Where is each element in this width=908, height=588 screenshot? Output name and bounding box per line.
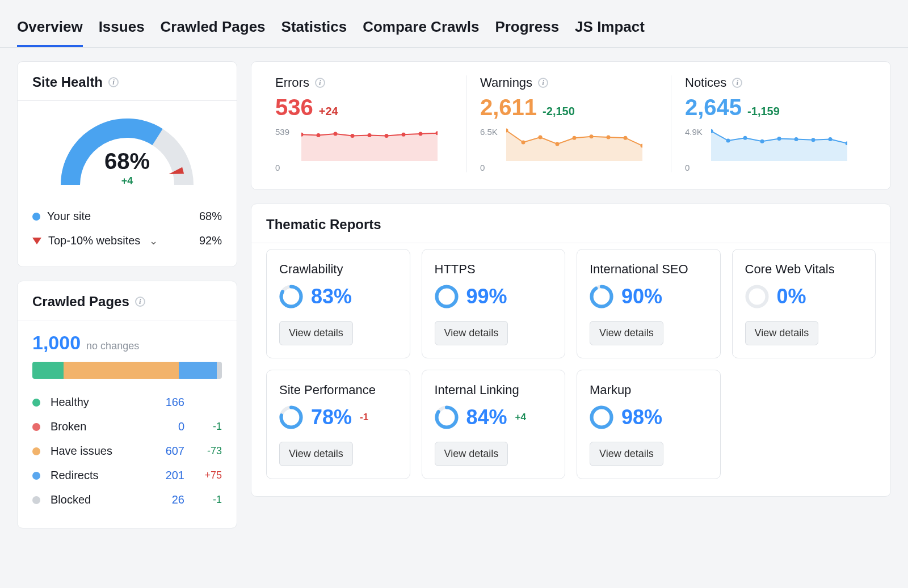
segment-label: Healthy (51, 396, 145, 409)
info-icon[interactable]: i (315, 78, 325, 88)
segment-value: 0 (150, 420, 184, 433)
tab-js-impact[interactable]: JS Impact (575, 18, 645, 47)
view-details-button[interactable]: View details (435, 442, 508, 466)
view-details-button[interactable]: View details (590, 442, 663, 466)
legend-your-site: Your site 68% (32, 204, 222, 229)
issue-title: Notices (685, 75, 726, 90)
svg-point-2 (317, 133, 321, 137)
theme-delta: +4 (515, 412, 526, 423)
segment-delta: +75 (190, 469, 222, 481)
issue-errors[interactable]: Errors i 536 +24 539 0 (266, 75, 466, 172)
dot-icon (32, 213, 40, 221)
issue-sparkline: 6.5K 0 (480, 127, 662, 172)
svg-point-7 (402, 133, 406, 137)
segment-value: 201 (150, 469, 184, 482)
svg-point-8 (419, 132, 423, 136)
issue-delta: -2,150 (543, 105, 575, 118)
crawled-pages-title: Crawled Pages (32, 294, 129, 310)
svg-point-20 (726, 139, 730, 143)
svg-point-16 (607, 136, 611, 139)
site-health-title: Site Health (32, 74, 103, 90)
theme-title: Core Web Vitals (745, 262, 863, 277)
view-details-button[interactable]: View details (590, 321, 663, 345)
theme-title: Internal Linking (435, 383, 553, 397)
info-icon[interactable]: i (135, 297, 145, 307)
progress-ring-icon (590, 405, 613, 429)
tab-statistics[interactable]: Statistics (281, 18, 347, 47)
bar-segment (32, 362, 64, 379)
y-axis-min: 0 (275, 163, 280, 172)
segment-label: Broken (51, 420, 145, 433)
theme-delta: -1 (360, 412, 368, 423)
issue-delta: +24 (319, 105, 338, 118)
crawled-pages-row[interactable]: Have issues 607 -73 (32, 439, 222, 463)
y-axis-min: 0 (480, 163, 485, 172)
legend-top10[interactable]: Top-10% websites ⌄ 92% (32, 229, 222, 253)
segment-delta: -73 (190, 445, 222, 457)
segment-value: 26 (150, 493, 184, 506)
svg-point-13 (556, 142, 560, 146)
crawled-pages-row[interactable]: Healthy 166 (32, 390, 222, 414)
issues-summary-card: Errors i 536 +24 539 0 Warnings i 2,611 … (251, 61, 891, 190)
tab-compare-crawls[interactable]: Compare Crawls (363, 18, 479, 47)
info-icon[interactable]: i (732, 78, 742, 88)
crawled-pages-total: 1,000 (32, 332, 81, 354)
theme-percent: 99% (466, 285, 507, 308)
info-icon[interactable]: i (538, 78, 548, 88)
svg-point-34 (747, 287, 767, 307)
segment-label: Redirects (51, 469, 145, 482)
y-axis-max: 4.9K (685, 127, 703, 137)
issue-sparkline: 539 0 (275, 127, 457, 172)
progress-ring-icon (435, 405, 459, 429)
theme-title: Site Performance (279, 383, 397, 397)
y-axis-min: 0 (685, 163, 690, 172)
svg-point-4 (351, 134, 355, 138)
theme-percent: 0% (777, 285, 806, 308)
thematic-reports-card: Thematic Reports Crawlability 83% View d… (251, 204, 891, 497)
theme-card-crawlability: Crawlability 83% View details (266, 249, 410, 358)
svg-point-41 (592, 408, 612, 428)
segment-delta: -1 (190, 494, 222, 506)
site-health-delta: +4 (53, 175, 201, 187)
chevron-down-icon: ⌄ (149, 235, 158, 247)
y-axis-max: 6.5K (480, 127, 498, 137)
issue-title: Warnings (480, 75, 532, 90)
crawled-pages-card: Crawled Pages i 1,000 no changes Healthy… (17, 281, 237, 528)
progress-ring-icon (279, 405, 303, 429)
svg-point-33 (592, 287, 612, 307)
segment-label: Have issues (51, 445, 145, 458)
tab-bar: OverviewIssuesCrawled PagesStatisticsCom… (0, 0, 908, 48)
dot-icon (32, 423, 40, 431)
issue-value: 2,645 (685, 95, 742, 120)
svg-point-14 (573, 136, 577, 140)
crawled-pages-row[interactable]: Blocked 26 -1 (32, 488, 222, 512)
view-details-button[interactable]: View details (745, 321, 819, 345)
tab-overview[interactable]: Overview (17, 18, 83, 47)
theme-percent: 83% (311, 285, 352, 308)
tab-issues[interactable]: Issues (99, 18, 145, 47)
view-details-button[interactable]: View details (435, 321, 508, 345)
issue-notices[interactable]: Notices i 2,645 -1,159 4.9K 0 (676, 75, 876, 172)
view-details-button[interactable]: View details (279, 321, 353, 345)
crawled-pages-row[interactable]: Redirects 201 +75 (32, 463, 222, 488)
view-details-button[interactable]: View details (279, 442, 353, 466)
tab-progress[interactable]: Progress (495, 18, 559, 47)
bar-segment (217, 362, 222, 379)
svg-point-23 (777, 137, 781, 141)
tab-crawled-pages[interactable]: Crawled Pages (161, 18, 266, 47)
issue-value: 2,611 (480, 95, 537, 120)
theme-percent: 90% (621, 285, 662, 308)
segment-label: Blocked (51, 493, 145, 506)
info-icon[interactable]: i (108, 77, 119, 87)
issue-title: Errors (275, 75, 309, 90)
crawled-pages-bar (32, 362, 222, 379)
crawled-pages-row[interactable]: Broken 0 -1 (32, 414, 222, 439)
site-health-percent: 68% (53, 149, 201, 174)
segment-delta: -1 (190, 421, 222, 433)
theme-card-internal-linking: Internal Linking 84% +4 View details (422, 370, 566, 479)
issue-warnings[interactable]: Warnings i 2,611 -2,150 6.5K 0 (471, 75, 671, 172)
svg-point-21 (743, 136, 747, 140)
site-health-gauge: 68% +4 (53, 111, 201, 191)
svg-point-22 (760, 139, 764, 143)
svg-point-17 (624, 136, 628, 140)
